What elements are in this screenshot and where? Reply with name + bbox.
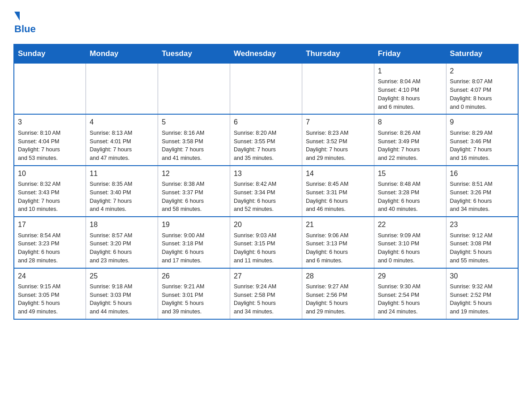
weekday-header-thursday: Thursday xyxy=(302,44,374,63)
day-info: Sunrise: 9:32 AMSunset: 2:52 PMDaylight:… xyxy=(450,283,514,316)
day-number: 19 xyxy=(162,220,226,230)
day-info: Sunrise: 9:03 AMSunset: 3:15 PMDaylight:… xyxy=(234,231,298,265)
calendar-cell: 12Sunrise: 8:38 AMSunset: 3:37 PMDayligh… xyxy=(158,166,230,217)
calendar-cell xyxy=(158,63,230,114)
calendar-cell: 3Sunrise: 8:10 AMSunset: 4:04 PMDaylight… xyxy=(14,114,86,165)
day-info: Sunrise: 8:04 AMSunset: 4:10 PMDaylight:… xyxy=(378,77,442,111)
day-info: Sunrise: 8:23 AMSunset: 3:52 PMDaylight:… xyxy=(306,129,370,163)
day-number: 1 xyxy=(378,66,442,76)
day-info: Sunrise: 8:42 AMSunset: 3:34 PMDaylight:… xyxy=(234,180,298,214)
logo-blue-text xyxy=(13,9,20,23)
day-number: 15 xyxy=(378,169,442,179)
day-number: 28 xyxy=(306,271,370,281)
day-number: 22 xyxy=(378,220,442,230)
calendar-table: SundayMondayTuesdayWednesdayThursdayFrid… xyxy=(13,44,519,320)
day-info: Sunrise: 9:18 AMSunset: 3:03 PMDaylight:… xyxy=(90,283,154,316)
calendar-cell: 27Sunrise: 9:24 AMSunset: 2:58 PMDayligh… xyxy=(230,268,302,319)
day-number: 27 xyxy=(234,271,298,281)
calendar-cell: 14Sunrise: 8:45 AMSunset: 3:31 PMDayligh… xyxy=(302,166,374,217)
day-number: 4 xyxy=(90,117,154,127)
calendar-cell: 28Sunrise: 9:27 AMSunset: 2:56 PMDayligh… xyxy=(302,268,374,319)
day-number: 29 xyxy=(378,271,442,281)
day-number: 14 xyxy=(306,169,370,179)
day-number: 25 xyxy=(90,271,154,281)
calendar-cell: 20Sunrise: 9:03 AMSunset: 3:15 PMDayligh… xyxy=(230,217,302,268)
calendar-cell xyxy=(86,63,158,114)
day-number: 9 xyxy=(450,117,514,127)
calendar-cell xyxy=(14,63,86,114)
calendar-cell: 11Sunrise: 8:35 AMSunset: 3:40 PMDayligh… xyxy=(86,166,158,217)
day-info: Sunrise: 8:48 AMSunset: 3:28 PMDaylight:… xyxy=(378,180,442,214)
calendar-cell: 10Sunrise: 8:32 AMSunset: 3:43 PMDayligh… xyxy=(14,166,86,217)
day-number: 26 xyxy=(162,271,226,281)
calendar-cell: 9Sunrise: 8:29 AMSunset: 3:46 PMDaylight… xyxy=(446,114,518,165)
calendar-week-row: 17Sunrise: 8:54 AMSunset: 3:23 PMDayligh… xyxy=(14,217,518,268)
calendar-cell: 1Sunrise: 8:04 AMSunset: 4:10 PMDaylight… xyxy=(374,63,446,114)
day-number: 23 xyxy=(450,220,514,230)
day-info: Sunrise: 9:06 AMSunset: 3:13 PMDaylight:… xyxy=(306,231,370,265)
day-number: 7 xyxy=(306,117,370,127)
logo-subtitle: Blue xyxy=(14,23,36,35)
day-info: Sunrise: 8:32 AMSunset: 3:43 PMDaylight:… xyxy=(18,180,82,214)
logo-triangle-icon xyxy=(14,12,20,21)
day-info: Sunrise: 8:57 AMSunset: 3:20 PMDaylight:… xyxy=(90,231,154,265)
day-number: 12 xyxy=(162,169,226,179)
day-info: Sunrise: 8:45 AMSunset: 3:31 PMDaylight:… xyxy=(306,180,370,214)
page-header: Blue xyxy=(13,9,519,35)
day-info: Sunrise: 8:20 AMSunset: 3:55 PMDaylight:… xyxy=(234,129,298,163)
calendar-week-row: 10Sunrise: 8:32 AMSunset: 3:43 PMDayligh… xyxy=(14,166,518,217)
calendar-cell: 18Sunrise: 8:57 AMSunset: 3:20 PMDayligh… xyxy=(86,217,158,268)
weekday-header-saturday: Saturday xyxy=(446,44,518,63)
day-info: Sunrise: 9:21 AMSunset: 3:01 PMDaylight:… xyxy=(162,283,226,316)
day-number: 13 xyxy=(234,169,298,179)
day-info: Sunrise: 8:35 AMSunset: 3:40 PMDaylight:… xyxy=(90,180,154,214)
calendar-cell: 16Sunrise: 8:51 AMSunset: 3:26 PMDayligh… xyxy=(446,166,518,217)
day-info: Sunrise: 8:54 AMSunset: 3:23 PMDaylight:… xyxy=(18,231,82,265)
calendar-week-row: 1Sunrise: 8:04 AMSunset: 4:10 PMDaylight… xyxy=(14,63,518,114)
logo: Blue xyxy=(13,9,36,35)
weekday-header-friday: Friday xyxy=(374,44,446,63)
day-info: Sunrise: 9:00 AMSunset: 3:18 PMDaylight:… xyxy=(162,231,226,265)
day-info: Sunrise: 8:29 AMSunset: 3:46 PMDaylight:… xyxy=(450,129,514,163)
calendar-cell: 13Sunrise: 8:42 AMSunset: 3:34 PMDayligh… xyxy=(230,166,302,217)
day-number: 3 xyxy=(18,117,82,127)
day-info: Sunrise: 8:10 AMSunset: 4:04 PMDaylight:… xyxy=(18,129,82,163)
weekday-header-wednesday: Wednesday xyxy=(230,44,302,63)
day-info: Sunrise: 8:07 AMSunset: 4:07 PMDaylight:… xyxy=(450,77,514,111)
day-number: 16 xyxy=(450,169,514,179)
weekday-header-monday: Monday xyxy=(86,44,158,63)
day-info: Sunrise: 9:15 AMSunset: 3:05 PMDaylight:… xyxy=(18,283,82,316)
day-info: Sunrise: 9:30 AMSunset: 2:54 PMDaylight:… xyxy=(378,283,442,316)
day-info: Sunrise: 8:51 AMSunset: 3:26 PMDaylight:… xyxy=(450,180,514,214)
day-number: 18 xyxy=(90,220,154,230)
calendar-cell: 29Sunrise: 9:30 AMSunset: 2:54 PMDayligh… xyxy=(374,268,446,319)
calendar-cell: 5Sunrise: 8:16 AMSunset: 3:58 PMDaylight… xyxy=(158,114,230,165)
day-number: 20 xyxy=(234,220,298,230)
day-info: Sunrise: 9:27 AMSunset: 2:56 PMDaylight:… xyxy=(306,283,370,316)
day-number: 10 xyxy=(18,169,82,179)
calendar-cell: 25Sunrise: 9:18 AMSunset: 3:03 PMDayligh… xyxy=(86,268,158,319)
day-number: 6 xyxy=(234,117,298,127)
day-info: Sunrise: 8:13 AMSunset: 4:01 PMDaylight:… xyxy=(90,129,154,163)
calendar-cell: 21Sunrise: 9:06 AMSunset: 3:13 PMDayligh… xyxy=(302,217,374,268)
day-info: Sunrise: 8:26 AMSunset: 3:49 PMDaylight:… xyxy=(378,129,442,163)
calendar-cell: 24Sunrise: 9:15 AMSunset: 3:05 PMDayligh… xyxy=(14,268,86,319)
calendar-header-row: SundayMondayTuesdayWednesdayThursdayFrid… xyxy=(14,44,518,63)
calendar-cell: 22Sunrise: 9:09 AMSunset: 3:10 PMDayligh… xyxy=(374,217,446,268)
calendar-week-row: 3Sunrise: 8:10 AMSunset: 4:04 PMDaylight… xyxy=(14,114,518,165)
day-info: Sunrise: 9:24 AMSunset: 2:58 PMDaylight:… xyxy=(234,283,298,316)
calendar-week-row: 24Sunrise: 9:15 AMSunset: 3:05 PMDayligh… xyxy=(14,268,518,319)
day-number: 8 xyxy=(378,117,442,127)
day-info: Sunrise: 9:09 AMSunset: 3:10 PMDaylight:… xyxy=(378,231,442,265)
calendar-cell: 19Sunrise: 9:00 AMSunset: 3:18 PMDayligh… xyxy=(158,217,230,268)
weekday-header-tuesday: Tuesday xyxy=(158,44,230,63)
calendar-cell xyxy=(302,63,374,114)
calendar-cell: 15Sunrise: 8:48 AMSunset: 3:28 PMDayligh… xyxy=(374,166,446,217)
calendar-cell: 7Sunrise: 8:23 AMSunset: 3:52 PMDaylight… xyxy=(302,114,374,165)
day-info: Sunrise: 9:12 AMSunset: 3:08 PMDaylight:… xyxy=(450,231,514,265)
day-number: 30 xyxy=(450,271,514,281)
day-number: 17 xyxy=(18,220,82,230)
calendar-cell: 4Sunrise: 8:13 AMSunset: 4:01 PMDaylight… xyxy=(86,114,158,165)
day-number: 5 xyxy=(162,117,226,127)
day-number: 2 xyxy=(450,66,514,76)
